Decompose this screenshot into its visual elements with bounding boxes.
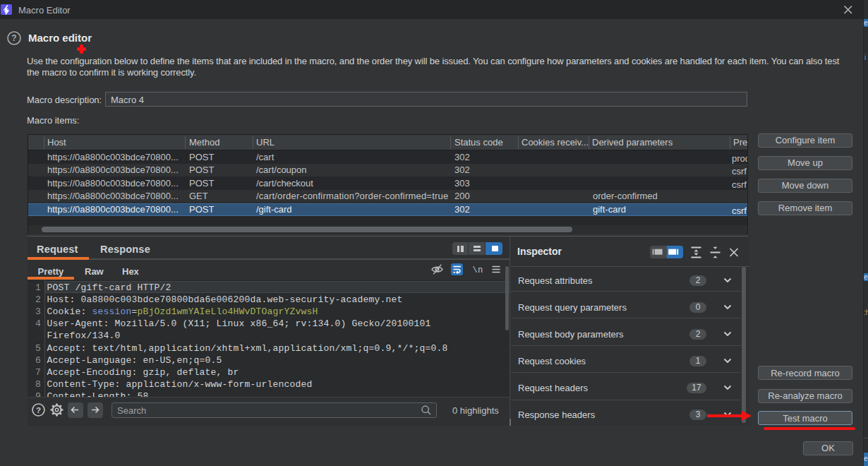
svg-text:?: ? — [36, 406, 41, 414]
svg-text:?: ? — [11, 33, 16, 43]
